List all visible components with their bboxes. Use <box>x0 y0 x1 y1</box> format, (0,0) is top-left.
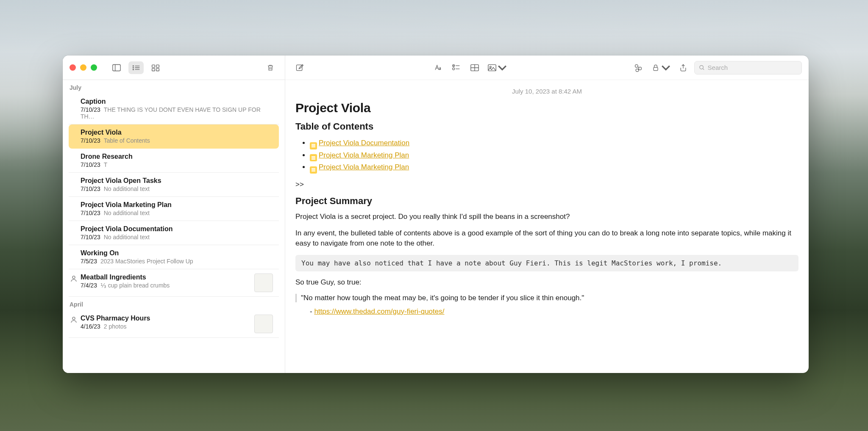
note-item-title: Working On <box>81 249 273 257</box>
toc-item: Project Viola Marketing Plan <box>310 149 798 162</box>
shared-icon <box>70 275 77 282</box>
svg-line-29 <box>637 66 639 68</box>
note-item-meta: 7/4/23⅓ cup plain bread crumbs <box>81 282 251 289</box>
note-item-title: Project Viola Open Tasks <box>81 177 273 185</box>
svg-rect-9 <box>156 65 159 67</box>
note-link-icon <box>310 166 317 174</box>
note-item-meta: 7/10/23No additional text <box>81 210 273 216</box>
note-item-title: Project Viola <box>81 129 273 136</box>
note-item-meta: 4/16/232 photos <box>81 323 251 330</box>
table-button[interactable] <box>467 61 482 74</box>
svg-line-33 <box>703 68 704 69</box>
format-text-button[interactable] <box>430 61 445 74</box>
svg-point-6 <box>133 69 134 70</box>
thumbnail <box>254 315 273 333</box>
note-list-item[interactable]: CVS Pharmacy Hours4/16/232 photos <box>69 310 279 338</box>
svg-point-27 <box>639 67 642 70</box>
reference-line: - https://www.thedad.com/guy-fieri-quote… <box>295 307 798 316</box>
note-item-title: Project Viola Marketing Plan <box>81 201 273 209</box>
media-button[interactable] <box>486 61 509 74</box>
notes-window: JulyCaption7/10/23THE THING IS YOU DONT … <box>63 55 809 373</box>
toc-list: Project Viola DocumentationProject Viola… <box>295 137 798 174</box>
svg-point-4 <box>133 67 134 68</box>
note-item-title: Meatball Ingredients <box>81 274 251 281</box>
reference-link[interactable]: https://www.thedad.com/guy-fieri-quotes/ <box>314 307 444 315</box>
toc-item: Project Viola Documentation <box>310 137 798 149</box>
note-list-item[interactable]: Project Viola Marketing Plan7/10/23No ad… <box>69 197 279 221</box>
ref-dash: - <box>310 307 314 315</box>
toolbar-left <box>63 55 285 80</box>
summary-heading: Project Summary <box>295 196 798 207</box>
note-list-item[interactable]: Project Viola Open Tasks7/10/23No additi… <box>69 173 279 197</box>
gallery-view-button[interactable] <box>148 61 163 74</box>
svg-rect-0 <box>113 64 120 71</box>
note-list-item[interactable]: Working On7/5/232023 MacStories Project … <box>69 245 279 269</box>
toggle-sidebar-button[interactable] <box>109 61 124 74</box>
maximize-button[interactable] <box>91 64 97 71</box>
note-item-meta: 7/10/23No additional text <box>81 234 273 240</box>
svg-rect-31 <box>654 67 658 71</box>
note-item-meta: 7/10/23Table of Contents <box>81 137 273 144</box>
chevrons-text: >> <box>295 180 798 190</box>
share-button[interactable] <box>676 61 691 74</box>
blockquote: "No matter how tough the meat may be, it… <box>295 294 798 302</box>
note-item-meta: 7/10/23T <box>81 161 273 168</box>
note-list-item[interactable]: Meatball Ingredients7/4/23⅓ cup plain br… <box>69 269 279 297</box>
group-header: July <box>63 80 285 94</box>
link-button[interactable] <box>631 61 646 74</box>
svg-point-26 <box>635 64 638 67</box>
note-list-item[interactable]: Drone Research7/10/23T <box>69 149 279 173</box>
toc-link[interactable]: Project Viola Marketing Plan <box>319 151 409 159</box>
svg-point-14 <box>72 276 75 279</box>
svg-point-15 <box>72 317 75 320</box>
search-icon <box>699 64 705 71</box>
note-item-meta: 7/10/23No additional text <box>81 185 273 192</box>
note-item-title: Drone Research <box>81 153 273 160</box>
shared-icon <box>70 316 77 323</box>
note-timestamp: July 10, 2023 at 8:42 AM <box>295 88 798 95</box>
note-content[interactable]: July 10, 2023 at 8:42 AM Project Viola T… <box>285 80 809 373</box>
toolbar-right <box>285 55 809 80</box>
note-link-icon <box>310 154 317 161</box>
toc-item: Project Viola Marketing Plan <box>310 161 798 174</box>
svg-point-28 <box>636 69 639 72</box>
svg-point-19 <box>452 68 454 70</box>
checklist-button[interactable] <box>448 61 464 74</box>
note-item-meta: 7/10/23THE THING IS YOU DONT EVEN HAVE T… <box>81 106 273 120</box>
svg-point-32 <box>700 65 704 69</box>
note-item-title: Caption <box>81 98 273 105</box>
lock-button[interactable] <box>649 61 672 74</box>
summary-p3: So true Guy, so true: <box>295 277 798 288</box>
svg-point-2 <box>133 66 134 66</box>
main-pane: July 10, 2023 at 8:42 AM Project Viola T… <box>285 55 809 373</box>
note-list-item[interactable]: Caption7/10/23THE THING IS YOU DONT EVEN… <box>69 94 279 124</box>
svg-rect-8 <box>152 65 155 67</box>
compose-button[interactable] <box>292 61 307 74</box>
note-list-item[interactable]: Project Viola7/10/23Table of Contents <box>69 124 279 149</box>
search-field[interactable] <box>694 61 802 75</box>
toc-link[interactable]: Project Viola Marketing Plan <box>319 163 409 171</box>
summary-p2: In any event, the bulleted table of cont… <box>295 228 798 249</box>
note-list[interactable]: JulyCaption7/10/23THE THING IS YOU DONT … <box>63 80 285 373</box>
summary-p1: Project Viola is a secret project. Do yo… <box>295 212 798 222</box>
note-item-meta: 7/5/232023 MacStories Project Follow Up <box>81 258 273 265</box>
toc-link[interactable]: Project Viola Documentation <box>319 139 409 147</box>
svg-point-25 <box>490 66 491 68</box>
thumbnail <box>254 274 273 292</box>
group-header: April <box>63 297 285 310</box>
note-item-title: Project Viola Documentation <box>81 225 273 233</box>
note-title: Project Viola <box>295 101 798 115</box>
search-input[interactable] <box>708 64 797 71</box>
close-button[interactable] <box>70 64 76 71</box>
minimize-button[interactable] <box>80 64 86 71</box>
sidebar: JulyCaption7/10/23THE THING IS YOU DONT … <box>63 55 285 373</box>
svg-rect-10 <box>152 68 155 71</box>
note-list-item[interactable]: Project Viola Documentation7/10/23No add… <box>69 221 279 245</box>
window-controls <box>70 64 97 71</box>
toc-heading: Table of Contents <box>295 121 798 132</box>
svg-rect-11 <box>156 68 159 71</box>
delete-note-button[interactable] <box>263 61 278 74</box>
list-view-button[interactable] <box>128 61 144 74</box>
svg-rect-24 <box>488 64 495 71</box>
note-item-title: CVS Pharmacy Hours <box>81 315 251 322</box>
